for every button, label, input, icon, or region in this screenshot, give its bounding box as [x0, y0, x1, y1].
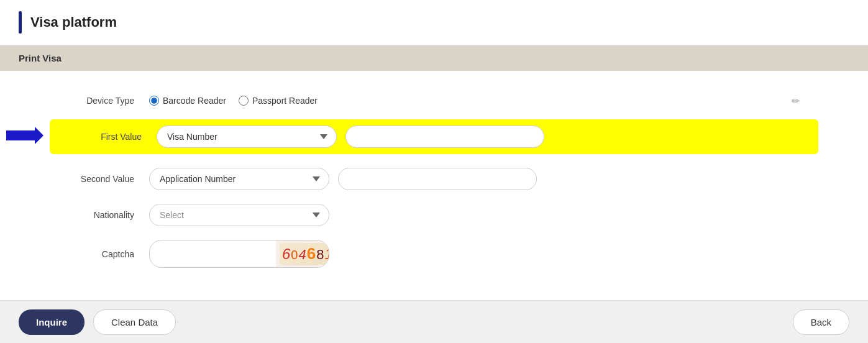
captcha-digit-1: 6 — [282, 245, 291, 262]
first-value-dropdown[interactable]: Visa Number Application Number Passport … — [157, 126, 337, 148]
back-button[interactable]: Back — [793, 309, 849, 335]
barcode-reader-option[interactable]: Barcode Reader — [149, 96, 226, 106]
inquire-button[interactable]: Inquire — [19, 309, 85, 335]
passport-reader-radio[interactable] — [239, 96, 249, 106]
captcha-input[interactable] — [150, 244, 276, 265]
captcha-digit-6: 1 — [324, 245, 329, 262]
captcha-digit-3: 4 — [298, 247, 306, 262]
page-title: Visa platform — [30, 14, 117, 30]
section-title: Print Visa — [19, 53, 62, 63]
second-value-label: Second Value — [50, 174, 149, 184]
arrow-indicator — [6, 127, 43, 147]
form-area: Device Type Barcode Reader Passport Read… — [0, 89, 868, 288]
svg-marker-0 — [6, 127, 43, 144]
barcode-reader-label: Barcode Reader — [163, 96, 226, 106]
page-wrapper: Visa platform Print Visa Device Type Bar… — [0, 0, 868, 343]
captcha-digit-4: 6 — [307, 244, 316, 263]
passport-reader-label: Passport Reader — [252, 96, 318, 106]
clean-data-button[interactable]: Clean Data — [93, 309, 176, 335]
main-content: Device Type Barcode Reader Passport Read… — [0, 71, 868, 300]
header: Visa platform — [0, 0, 868, 45]
first-value-label: First Value — [57, 132, 157, 142]
edit-icon[interactable]: ✏ — [792, 95, 800, 107]
nationality-label: Nationality — [50, 210, 149, 220]
first-value-input[interactable] — [345, 126, 544, 148]
captcha-digit-5: 8 — [316, 247, 324, 262]
captcha-image: 604681 — [276, 240, 329, 267]
second-value-input[interactable] — [338, 168, 537, 190]
footer-left: Inquire Clean Data — [19, 309, 176, 335]
barcode-reader-radio[interactable] — [149, 96, 159, 106]
nationality-row: Nationality Select — [50, 204, 818, 226]
section-header: Print Visa — [0, 45, 868, 71]
device-type-row: Device Type Barcode Reader Passport Read… — [50, 96, 818, 106]
device-type-label: Device Type — [50, 96, 149, 106]
second-value-row: Second Value Application Number Visa Num… — [50, 168, 818, 190]
second-value-dropdown[interactable]: Application Number Visa Number Passport … — [149, 168, 329, 190]
footer: Inquire Clean Data Back — [0, 300, 868, 343]
captcha-row: Captcha 604681 ↻ — [50, 240, 818, 268]
passport-reader-option[interactable]: Passport Reader — [239, 96, 318, 106]
device-type-radio-group: Barcode Reader Passport Reader — [149, 96, 318, 106]
header-bar — [19, 11, 22, 34]
nationality-dropdown[interactable]: Select — [149, 204, 329, 226]
first-value-row: First Value Visa Number Application Numb… — [50, 119, 818, 154]
captcha-label: Captcha — [50, 249, 149, 259]
captcha-digit-2: 0 — [291, 248, 298, 262]
captcha-container: 604681 ↻ — [149, 240, 329, 268]
